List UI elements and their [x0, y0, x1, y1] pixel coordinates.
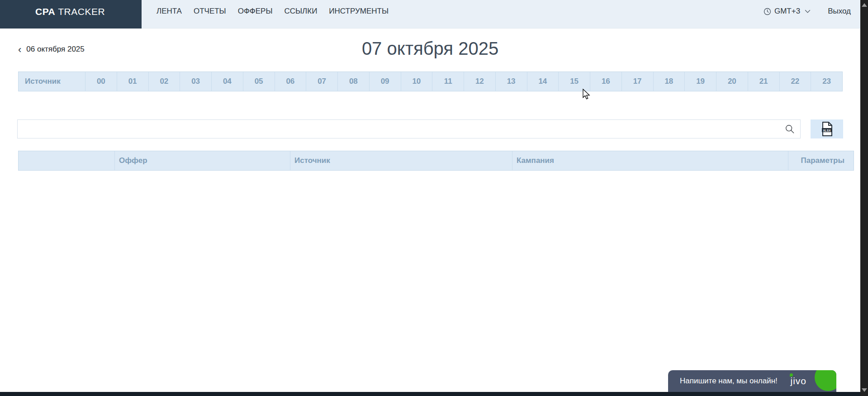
- hour-column-header[interactable]: 04: [212, 72, 243, 91]
- hour-column-header[interactable]: 09: [370, 72, 401, 91]
- hour-column-header[interactable]: 07: [306, 72, 338, 91]
- chat-leaf-icon: [815, 370, 836, 391]
- nav-item-ssylki[interactable]: ССЫЛКИ: [284, 7, 317, 16]
- hour-column-header[interactable]: 03: [180, 72, 212, 91]
- nav-item-offery[interactable]: ОФФЕРЫ: [238, 7, 273, 16]
- export-xlsx-button[interactable]: XLSX: [811, 119, 843, 138]
- hours-header-row: Источник 0001020304050607080910111213141…: [18, 72, 843, 91]
- app-logo: CPATRACKER: [35, 6, 105, 17]
- bottom-edge-bar: [0, 392, 868, 396]
- jivo-logo: jivo: [790, 376, 806, 386]
- source-column-header: Источник: [19, 72, 85, 91]
- hour-column-header[interactable]: 05: [243, 72, 275, 91]
- hour-column-header[interactable]: 10: [401, 72, 433, 91]
- column-header-source: Источник: [290, 151, 512, 170]
- scroll-up-arrow-icon[interactable]: [862, 3, 867, 7]
- hour-column-header[interactable]: 14: [527, 72, 559, 91]
- scroll-down-arrow-icon[interactable]: [862, 388, 867, 392]
- search-bar: [17, 119, 801, 138]
- hour-column-header[interactable]: 16: [590, 72, 622, 91]
- chat-message: Напишите нам, мы онлайн!: [680, 377, 778, 386]
- hour-column-header[interactable]: 20: [716, 72, 748, 91]
- xlsx-file-icon: XLSX: [821, 122, 833, 136]
- page-title: 07 октября 2025: [0, 38, 860, 59]
- hour-column-header[interactable]: 06: [275, 72, 307, 91]
- hour-column-header[interactable]: 18: [654, 72, 685, 91]
- clock-icon: [764, 8, 771, 15]
- timezone-area: GMT+3 Выход: [764, 0, 851, 23]
- logo-block[interactable]: CPATRACKER: [0, 0, 142, 29]
- svg-text:XLSX: XLSX: [823, 129, 831, 132]
- nav-item-otchety[interactable]: ОТЧЕТЫ: [194, 7, 226, 16]
- hour-column-header[interactable]: 21: [748, 72, 780, 91]
- column-header-parameters: Параметры: [788, 151, 854, 170]
- logo-rest-part: TRACKER: [58, 6, 105, 17]
- column-header-offer: Оффер: [115, 151, 290, 170]
- logout-button[interactable]: Выход: [828, 7, 851, 16]
- chevron-down-icon[interactable]: [805, 10, 811, 13]
- hour-column-header[interactable]: 17: [622, 72, 654, 91]
- data-table-header-row: Оффер Источник Кампания Параметры: [18, 151, 854, 171]
- nav-item-instrumenty[interactable]: ИНСТРУМЕНТЫ: [329, 7, 389, 16]
- hour-column-header[interactable]: 08: [338, 72, 370, 91]
- hour-column-header[interactable]: 02: [149, 72, 180, 91]
- top-navigation-bar: CPATRACKER ЛЕНТА ОТЧЕТЫ ОФФЕРЫ ССЫЛКИ ИН…: [0, 0, 868, 29]
- hour-column-header[interactable]: 23: [811, 72, 842, 91]
- nav-item-lenta[interactable]: ЛЕНТА: [157, 7, 182, 16]
- hour-column-header[interactable]: 00: [85, 72, 117, 91]
- hour-column-header[interactable]: 22: [780, 72, 811, 91]
- column-header-empty: [19, 151, 115, 170]
- logo-bold-part: CPA: [35, 6, 55, 17]
- hour-column-header[interactable]: 12: [464, 72, 496, 91]
- hour-column-header[interactable]: 13: [496, 72, 527, 91]
- chat-widget[interactable]: Напишите нам, мы онлайн! jivo: [668, 370, 836, 392]
- search-input[interactable]: [18, 120, 800, 138]
- hour-column-header[interactable]: 11: [432, 72, 464, 91]
- vertical-scrollbar[interactable]: [860, 0, 868, 396]
- main-nav: ЛЕНТА ОТЧЕТЫ ОФФЕРЫ ССЫЛКИ ИНСТРУМЕНТЫ: [157, 0, 389, 23]
- column-header-campaign: Кампания: [512, 151, 788, 170]
- app-screen: CPATRACKER ЛЕНТА ОТЧЕТЫ ОФФЕРЫ ССЫЛКИ ИН…: [0, 0, 868, 396]
- timezone-select[interactable]: GMT+3: [774, 7, 800, 16]
- hour-column-header[interactable]: 19: [685, 72, 716, 91]
- hour-column-header[interactable]: 01: [117, 72, 149, 91]
- hour-column-header[interactable]: 15: [559, 72, 590, 91]
- search-icon[interactable]: [785, 124, 795, 134]
